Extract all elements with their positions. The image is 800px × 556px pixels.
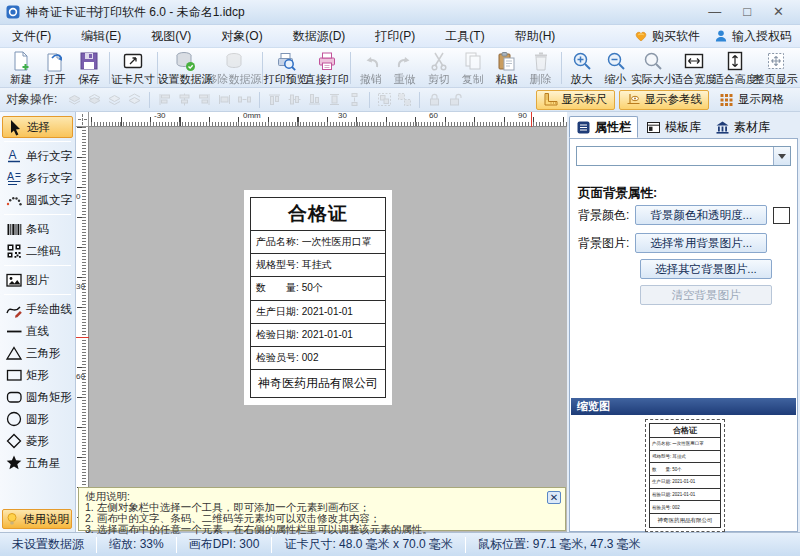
bring-to-front-icon[interactable]: [66, 91, 83, 108]
tool-triangle[interactable]: 三角形: [2, 342, 73, 364]
app-logo-icon: [6, 5, 20, 19]
same-height-icon[interactable]: [326, 91, 343, 108]
chevron-down-icon[interactable]: [773, 147, 790, 165]
menu-view[interactable]: 视图(V): [149, 26, 193, 47]
unlock-icon[interactable]: [446, 91, 463, 108]
show-guides-toggle[interactable]: 显示参考线: [619, 90, 710, 110]
tool-qrcode[interactable]: 二维码: [2, 240, 73, 262]
tool-diamond[interactable]: 菱形: [2, 430, 73, 452]
actual-size-button[interactable]: 实际大小: [633, 49, 674, 87]
certificate-footer[interactable]: 神奇医药用品有限公司: [251, 370, 385, 397]
zoom-out-button[interactable]: 缩小: [599, 49, 633, 87]
certificate-page[interactable]: 合格证 产品名称:一次性医用口罩 规格型号:耳挂式 数 量:50个 生产日期:2…: [244, 190, 392, 405]
certificate-table[interactable]: 合格证 产品名称:一次性医用口罩 规格型号:耳挂式 数 量:50个 生产日期:2…: [250, 197, 386, 398]
menu-print[interactable]: 打印(P): [373, 26, 417, 47]
bring-forward-icon[interactable]: [106, 91, 123, 108]
buy-software-link[interactable]: 购买软件: [634, 28, 700, 45]
vertical-spacing-icon[interactable]: [346, 91, 363, 108]
page-thumbnail[interactable]: 合格证 产品名称:一次性医用口罩 规格型号:耳挂式 数 量:50个 生产日期:2…: [645, 419, 725, 532]
fit-height-button[interactable]: 适合高度: [714, 49, 755, 87]
same-width-icon[interactable]: [216, 91, 233, 108]
certificate-row[interactable]: 检验日期:2021-01-01: [251, 324, 385, 347]
lock-icon[interactable]: [426, 91, 443, 108]
menu-object[interactable]: 对象(O): [219, 26, 264, 47]
choose-other-background-button[interactable]: 选择其它背景图片...: [640, 259, 772, 279]
align-bottom-icon[interactable]: [306, 91, 323, 108]
whole-page-button[interactable]: 整页显示: [755, 49, 796, 87]
tab-templates[interactable]: 模板库: [640, 116, 707, 138]
remove-datasource-button[interactable]: 移除数据源: [209, 49, 258, 87]
ungroup-icon[interactable]: [396, 91, 413, 108]
star-icon: [5, 454, 23, 472]
delete-button[interactable]: 删除: [524, 49, 558, 87]
design-canvas[interactable]: 合格证 产品名称:一次性医用口罩 规格型号:耳挂式 数 量:50个 生产日期:2…: [89, 127, 567, 532]
status-bar: 未设置数据源 缩放: 33% 画布DPI: 300 证卡尺寸: 48.0 毫米 …: [0, 532, 800, 556]
tab-properties[interactable]: 属性栏: [569, 116, 638, 138]
certificate-row[interactable]: 产品名称:一次性医用口罩: [251, 231, 385, 254]
redo-button[interactable]: 重做: [388, 49, 422, 87]
tool-star[interactable]: 五角星: [2, 452, 73, 474]
direct-print-button[interactable]: 直接打印: [306, 49, 347, 87]
clear-background-button[interactable]: 清空背景图片: [640, 285, 772, 305]
send-backward-icon[interactable]: [126, 91, 143, 108]
tool-image[interactable]: 图片: [2, 269, 73, 291]
zoom-out-icon: [605, 50, 627, 72]
certificate-row[interactable]: 规格型号:耳挂式: [251, 254, 385, 277]
show-ruler-toggle[interactable]: 显示标尺: [536, 90, 615, 110]
cut-button[interactable]: 剪切: [422, 49, 456, 87]
background-color-button[interactable]: 背景颜色和透明度...: [635, 205, 767, 225]
tab-materials[interactable]: 素材库: [709, 116, 776, 138]
undo-button[interactable]: 撤销: [354, 49, 388, 87]
background-color-swatch[interactable]: [773, 207, 790, 224]
card-size-button[interactable]: 证卡尺寸: [113, 49, 154, 87]
vertical-ruler[interactable]: 0 30 60: [76, 127, 89, 532]
copy-button[interactable]: 复制: [456, 49, 490, 87]
set-datasource-button[interactable]: 设置数据源: [160, 49, 209, 87]
new-button[interactable]: 新建: [4, 49, 38, 87]
print-preview-button[interactable]: 打印预览: [265, 49, 306, 87]
enter-license-link[interactable]: 输入授权码: [714, 28, 792, 45]
usage-help-button[interactable]: 使用说明: [2, 509, 72, 529]
show-grid-toggle[interactable]: 显示网格: [713, 90, 790, 110]
menu-help[interactable]: 帮助(H): [513, 26, 558, 47]
print-preview-icon: [275, 50, 297, 72]
minimize-button[interactable]: —: [708, 2, 721, 22]
align-center-horizontal-icon[interactable]: [176, 91, 193, 108]
tool-freehand-curve[interactable]: 手绘曲线: [2, 298, 73, 320]
menu-datasource[interactable]: 数据源(D): [291, 26, 348, 47]
menu-tools[interactable]: 工具(T): [443, 26, 486, 47]
tool-circle[interactable]: 圆形: [2, 408, 73, 430]
save-button[interactable]: 保存: [72, 49, 106, 87]
certificate-row[interactable]: 生产日期:2021-01-01: [251, 301, 385, 324]
tool-line[interactable]: 直线: [2, 320, 73, 342]
align-left-icon[interactable]: [156, 91, 173, 108]
horizontal-ruler[interactable]: -30 0mm 30 60 90: [89, 112, 567, 127]
group-icon[interactable]: [376, 91, 393, 108]
element-selector-dropdown[interactable]: [576, 146, 791, 166]
choose-common-background-button[interactable]: 选择常用背景图片...: [635, 233, 767, 253]
tool-rounded-rectangle[interactable]: 圆角矩形: [2, 386, 73, 408]
menu-file[interactable]: 文件(F): [10, 26, 53, 47]
menu-edit[interactable]: 编辑(E): [79, 26, 123, 47]
align-top-icon[interactable]: [266, 91, 283, 108]
align-right-icon[interactable]: [196, 91, 213, 108]
maximize-button[interactable]: □: [743, 2, 751, 22]
tool-barcode[interactable]: 条码: [2, 218, 73, 240]
close-button[interactable]: ✕: [773, 2, 784, 22]
horizontal-spacing-icon[interactable]: [236, 91, 253, 108]
align-middle-vertical-icon[interactable]: [286, 91, 303, 108]
tool-single-line-text[interactable]: A 单行文字: [2, 145, 73, 167]
fit-width-button[interactable]: 适合宽度: [673, 49, 714, 87]
certificate-row[interactable]: 检验员号:002: [251, 347, 385, 370]
open-button[interactable]: 打开: [38, 49, 72, 87]
help-close-icon[interactable]: ✕: [547, 491, 561, 504]
certificate-row[interactable]: 数 量:50个: [251, 277, 385, 300]
tool-select[interactable]: 选择: [2, 116, 73, 138]
tool-multi-line-text[interactable]: A 多行文字: [2, 167, 73, 189]
send-to-back-icon[interactable]: [86, 91, 103, 108]
certificate-title[interactable]: 合格证: [251, 198, 385, 231]
paste-button[interactable]: 粘贴: [490, 49, 524, 87]
tool-arc-text[interactable]: 圆弧文字: [2, 189, 73, 211]
zoom-in-button[interactable]: 放大: [565, 49, 599, 87]
tool-rectangle[interactable]: 矩形: [2, 364, 73, 386]
